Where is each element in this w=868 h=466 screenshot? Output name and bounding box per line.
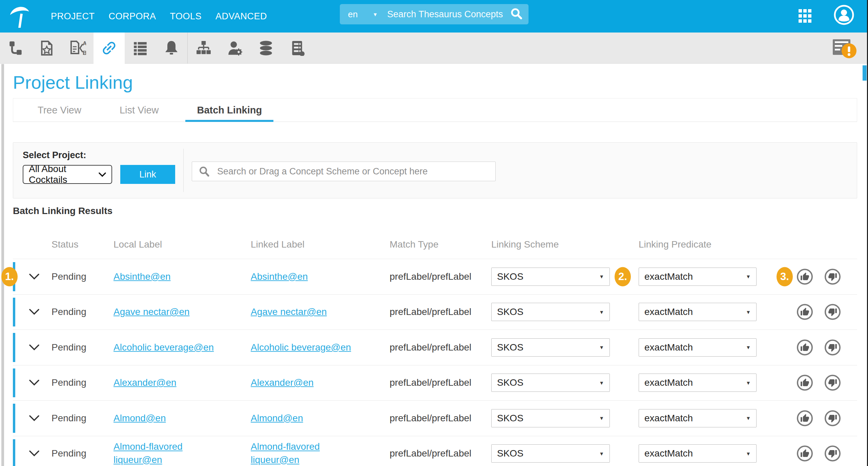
local-label-link[interactable]: Agave nectar@en: [113, 306, 190, 317]
linking-scheme-value: SKOS: [497, 377, 523, 388]
tab-list-view[interactable]: List View: [108, 99, 170, 122]
local-label-link[interactable]: Absinthe@en: [113, 271, 171, 281]
results-table-header: Status Local Label Linked Label Match Ty…: [13, 216, 857, 259]
thumb-down-icon: [828, 414, 837, 423]
chevron-down-icon: [29, 450, 40, 457]
search-icon: [199, 166, 210, 179]
col-match-type: Match Type: [390, 239, 438, 250]
linking-predicate-select[interactable]: exactMatch ▼: [639, 338, 757, 357]
approve-button[interactable]: [797, 446, 813, 462]
thumb-down-icon: [828, 449, 837, 458]
linking-scheme-select[interactable]: SKOS ▼: [491, 444, 610, 463]
chevron-down-icon: [29, 380, 40, 386]
linked-label-link[interactable]: Agave nectar@en: [251, 306, 327, 317]
linking-predicate-select[interactable]: exactMatch ▼: [639, 444, 757, 463]
orgchart-icon[interactable]: [188, 33, 219, 64]
reject-button[interactable]: [825, 269, 841, 284]
linking-predicate-select[interactable]: exactMatch ▼: [639, 409, 757, 427]
brand-logo[interactable]: [9, 3, 30, 29]
linked-label-link[interactable]: Almond@en: [251, 412, 303, 423]
menu-advanced[interactable]: ADVANCED: [215, 11, 267, 22]
status-text: Pending: [51, 413, 102, 424]
reject-button[interactable]: [825, 339, 841, 355]
approve-button[interactable]: [797, 339, 813, 355]
taxonomy-branch-icon[interactable]: [0, 33, 31, 64]
concept-search-input[interactable]: [192, 162, 496, 181]
approve-button[interactable]: [797, 304, 813, 320]
expand-row-button[interactable]: [29, 450, 40, 457]
tab-tree-view[interactable]: Tree View: [26, 99, 93, 122]
linking-scheme-select[interactable]: SKOS ▼: [491, 303, 610, 321]
col-linking-predicate: Linking Predicate: [639, 239, 711, 250]
local-label-link[interactable]: Almond@en: [113, 412, 166, 423]
approve-button[interactable]: [797, 269, 813, 284]
thumb-up-icon: [800, 449, 809, 458]
local-label-link[interactable]: Almond-flavored liqueur@en: [113, 442, 183, 465]
linking-scheme-select[interactable]: SKOS ▼: [491, 268, 610, 286]
user-settings-icon[interactable]: [219, 33, 250, 64]
table-row: Pending Alcoholic beverage@en Alcoholic …: [13, 330, 857, 365]
chevron-down-icon[interactable]: ▼: [373, 12, 378, 17]
reject-button[interactable]: [825, 446, 841, 462]
search-icon[interactable]: [510, 7, 522, 21]
link-icon[interactable]: [94, 33, 125, 64]
reject-button[interactable]: [825, 410, 841, 426]
apps-grid-icon[interactable]: [799, 8, 812, 25]
server-icon[interactable]: [282, 33, 313, 64]
reject-button[interactable]: [825, 375, 841, 391]
expand-row-button[interactable]: [29, 274, 40, 280]
linked-label-link[interactable]: Alexander@en: [251, 377, 314, 388]
match-type-text: prefLabel/prefLabel: [390, 342, 491, 353]
linking-scheme-value: SKOS: [497, 448, 523, 459]
match-type-text: prefLabel/prefLabel: [390, 448, 491, 459]
report-warning-icon[interactable]: [832, 37, 859, 60]
table-row: Pending Agave nectar@en Agave nectar@en …: [13, 294, 857, 330]
list-icon[interactable]: [125, 33, 156, 64]
status-text: Pending: [51, 271, 102, 282]
project-select[interactable]: All About Cocktails: [23, 165, 112, 184]
linking-predicate-select[interactable]: exactMatch ▼: [639, 303, 757, 321]
document-star-icon[interactable]: [31, 33, 62, 64]
annotation-marker-1: 1.: [1, 267, 18, 286]
umbrella-icon: [9, 3, 30, 29]
local-label-link[interactable]: Alcoholic beverage@en: [113, 342, 214, 352]
linking-predicate-value: exactMatch: [644, 342, 693, 353]
view-tabs: Tree View List View Batch Linking: [13, 98, 857, 122]
col-linking-scheme: Linking Scheme: [491, 239, 559, 250]
left-scroll-gutter: [1, 64, 4, 466]
linked-label-link[interactable]: Absinthe@en: [251, 271, 308, 281]
approve-button[interactable]: [797, 375, 813, 391]
extraction-ab-icon[interactable]: A B: [62, 33, 94, 64]
linking-scheme-select[interactable]: SKOS ▼: [491, 338, 610, 357]
linking-scheme-value: SKOS: [497, 306, 523, 317]
chevron-down-icon: [99, 172, 106, 177]
linking-predicate-select[interactable]: exactMatch ▼: [639, 374, 757, 392]
thesaurus-search-input[interactable]: [387, 9, 510, 20]
dropdown-arrow-icon: ▼: [746, 415, 751, 421]
match-type-text: prefLabel/prefLabel: [390, 271, 491, 282]
user-avatar-icon[interactable]: [833, 4, 854, 27]
linking-scheme-select[interactable]: SKOS ▼: [491, 374, 610, 392]
link-button[interactable]: Link: [120, 165, 175, 184]
database-icon[interactable]: [250, 33, 282, 64]
linked-label-link[interactable]: Almond-flavored liqueur@en: [251, 442, 320, 465]
local-label-link[interactable]: Alexander@en: [113, 377, 177, 388]
vertical-scrollbar[interactable]: [863, 65, 867, 81]
linked-label-link[interactable]: Alcoholic beverage@en: [251, 342, 351, 352]
search-language-select[interactable]: en: [348, 9, 358, 20]
approve-button[interactable]: [797, 410, 813, 426]
linking-scheme-select[interactable]: SKOS ▼: [491, 409, 610, 427]
expand-row-button[interactable]: [29, 415, 40, 421]
menu-tools[interactable]: TOOLS: [170, 11, 202, 22]
reject-button[interactable]: [825, 304, 841, 320]
link-panel: Select Project: All About Cocktails Link: [13, 142, 857, 198]
linking-predicate-select[interactable]: exactMatch ▼: [639, 268, 757, 286]
expand-row-button[interactable]: [29, 344, 40, 351]
expand-row-button[interactable]: [29, 380, 40, 386]
menu-corpora[interactable]: CORPORA: [109, 11, 156, 22]
menu-project[interactable]: PROJECT: [51, 11, 95, 22]
expand-row-button[interactable]: [29, 309, 40, 315]
tab-batch-linking[interactable]: Batch Linking: [185, 99, 273, 122]
status-text: Pending: [51, 342, 102, 353]
bell-icon[interactable]: [156, 33, 187, 64]
